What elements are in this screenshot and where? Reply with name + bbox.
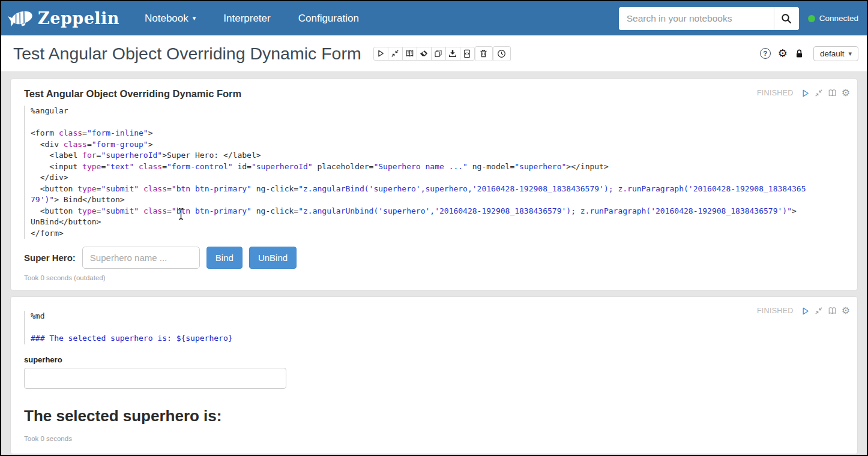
code-line: UnBind</button> — [31, 217, 809, 228]
help-icon[interactable]: ? — [760, 48, 771, 59]
menu-configuration[interactable]: Configuration — [298, 13, 359, 25]
trash-icon — [479, 49, 488, 58]
superhero-form-label: Super Hero: — [24, 253, 76, 263]
note-header-right: ? ⚙ default ▾ — [760, 46, 858, 61]
paragraph-title: Test Angular Object Overriding Dynamic F… — [24, 87, 851, 100]
run-paragraph-button[interactable] — [801, 307, 810, 316]
paragraph-status: FINISHED — [757, 89, 794, 97]
version-control-button[interactable] — [460, 47, 475, 61]
collapse-arrows-icon — [391, 49, 399, 58]
code-line — [31, 117, 809, 128]
toggle-editor-button[interactable] — [828, 89, 837, 97]
code-line: <input type="text" class="form-control" … — [31, 161, 809, 173]
paragraph-settings-gear-icon[interactable]: ⚙ — [842, 88, 850, 98]
scheduler-button[interactable] — [493, 46, 511, 61]
markdown-result-heading: The selected superhero is: — [24, 407, 851, 425]
code-editor-markdown[interactable]: %md ### The selected superhero is: ${sup… — [24, 311, 851, 344]
play-icon — [376, 49, 385, 58]
clear-output-button[interactable] — [417, 47, 432, 61]
search-input[interactable] — [619, 7, 774, 30]
connected-dot-icon — [808, 15, 815, 22]
dynamic-form-output: Super Hero: Bind UnBind — [24, 247, 851, 269]
brand-home-link[interactable]: Zeppelin — [7, 6, 119, 31]
notebook-search — [619, 7, 799, 30]
toggle-code-button[interactable] — [402, 47, 417, 61]
paragraph-elapsed-time: Took 0 seconds — [24, 435, 851, 442]
code-line: </form> — [31, 228, 809, 239]
code-line: %md — [31, 311, 809, 322]
code-line: <form class="form-inline"> — [31, 128, 809, 139]
paragraph-angular-form: FINISHED ⚙ Test Angular Object Overridin… — [10, 79, 858, 290]
paragraph-controls: FINISHED ⚙ — [757, 306, 850, 316]
lock-icon[interactable] — [795, 49, 804, 59]
search-button[interactable] — [774, 7, 799, 30]
export-note-button[interactable] — [445, 47, 460, 61]
clock-icon — [497, 49, 506, 58]
chevron-down-icon: ▾ — [193, 15, 196, 22]
superhero-output-input[interactable] — [24, 368, 286, 389]
interpreter-binding-label: default — [820, 49, 845, 58]
run-paragraph-button[interactable] — [801, 89, 810, 98]
delete-note-button[interactable] — [475, 46, 493, 61]
note-title: Test Angular Object Overriding Dynamic F… — [13, 44, 361, 64]
navbar: Zeppelin Notebook ▾ Interpreter Configur… — [1, 1, 867, 35]
main-menu: Notebook ▾ Interpreter Configuration — [145, 13, 359, 25]
code-file-icon — [463, 49, 471, 58]
clone-pages-icon — [434, 49, 442, 58]
menu-notebook-label: Notebook — [145, 13, 188, 25]
run-all-paragraphs-button[interactable] — [373, 47, 388, 61]
paragraph-markdown: FINISHED ⚙ %md ### The selected superher… — [10, 296, 858, 454]
menu-interpreter[interactable]: Interpreter — [223, 13, 270, 25]
download-icon — [448, 49, 457, 58]
superhero-output-label: superhero — [24, 355, 851, 364]
bind-button[interactable]: Bind — [206, 247, 243, 269]
connection-status: Connected — [808, 14, 858, 23]
eraser-icon — [420, 49, 428, 58]
collapse-paragraph-button[interactable] — [815, 307, 823, 315]
code-line: </div> — [31, 172, 809, 184]
note-action-bar: Test Angular Object Overriding Dynamic F… — [1, 35, 867, 72]
menu-configuration-label: Configuration — [298, 13, 359, 25]
book-icon — [405, 49, 414, 58]
collapse-paragraphs-button[interactable] — [388, 47, 403, 61]
code-line: %angular — [31, 106, 809, 117]
zeppelin-logo-icon — [7, 6, 35, 31]
menu-interpreter-label: Interpreter — [223, 13, 270, 25]
code-line: <button type="submit" class="btn btn-pri… — [31, 184, 809, 206]
interpreter-binding-button[interactable]: default ▾ — [813, 46, 858, 61]
unbind-button[interactable]: UnBind — [249, 247, 297, 269]
navbar-right: Connected — [619, 7, 858, 30]
zeppelin-app: Zeppelin Notebook ▾ Interpreter Configur… — [0, 0, 868, 456]
connection-status-label: Connected — [819, 14, 858, 23]
code-line: <label for="superheroId">Super Hero: </l… — [31, 150, 809, 161]
toggle-editor-button[interactable] — [828, 307, 837, 315]
code-line — [31, 322, 809, 334]
menu-notebook[interactable]: Notebook ▾ — [145, 13, 196, 25]
note-toolbar — [373, 47, 475, 61]
note-settings-gear-icon[interactable]: ⚙ — [778, 48, 788, 59]
collapse-paragraph-button[interactable] — [815, 89, 823, 97]
chevron-down-icon: ▾ — [848, 50, 852, 57]
paragraph-controls: FINISHED ⚙ — [757, 88, 850, 98]
paragraph-status: FINISHED — [757, 307, 794, 315]
superhero-name-input[interactable] — [82, 247, 200, 269]
code-line: ### The selected superhero is: ${superhe… — [31, 333, 809, 344]
paragraph-elapsed-time: Took 0 seconds (outdated) — [24, 274, 851, 281]
code-editor-angular[interactable]: %angular <form class="form-inline"> <div… — [24, 106, 851, 239]
code-line: <div class="form-group"> — [31, 139, 809, 151]
note-body: FINISHED ⚙ Test Angular Object Overridin… — [1, 72, 867, 456]
clone-note-button[interactable] — [431, 47, 446, 61]
brand-name: Zeppelin — [38, 9, 119, 28]
search-icon — [781, 13, 792, 24]
paragraph-settings-gear-icon[interactable]: ⚙ — [842, 306, 850, 316]
code-line: <button type="submit" class="btn btn-pri… — [31, 206, 809, 217]
